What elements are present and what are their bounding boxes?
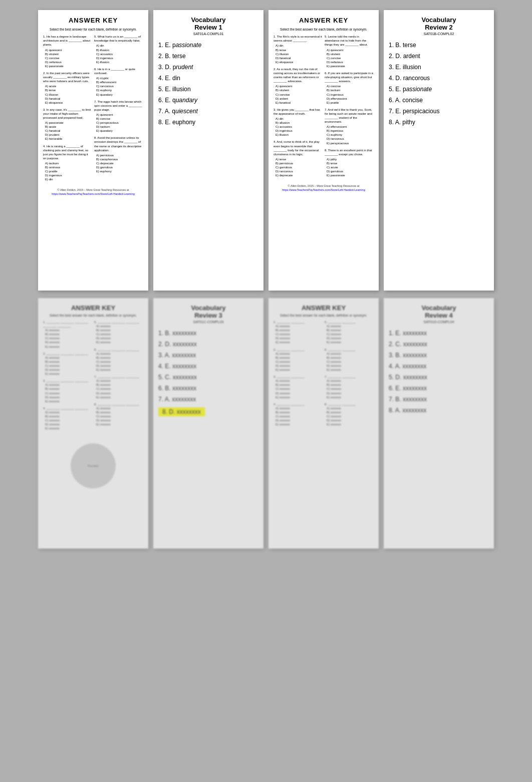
vocab-4-title: VocabularyReview 4 <box>389 304 489 319</box>
vocab-2-answer-1: 1. B. terse <box>389 42 489 49</box>
ak-q7: 7. The eggs hatch into larvae which spin… <box>94 100 143 133</box>
ak-q2: 2. In the past security officers were us… <box>43 71 92 105</box>
ak3-subtitle: Select the best answer for each blank, d… <box>43 314 143 317</box>
vocab-4-a5: 5. D. xxxxxxxx <box>389 374 489 381</box>
vocab-3-a8-highlight: 8. D. xxxxxxxx <box>158 407 205 416</box>
answer-key-panel-3: ANSWER KEY Select the best answer for ea… <box>38 298 148 549</box>
vocab-2-answer-5: 5. E. passionate <box>389 86 489 93</box>
ak-q6: 6. He is in a ________ or quite confused… <box>94 67 143 97</box>
vocab-2-answer-4: 4. D. rancorous <box>389 75 489 82</box>
vocab-1-answer-8: 8. E. euphony <box>158 119 258 126</box>
vocab-3-a5: 5. C. xxxxxxxx <box>158 374 258 381</box>
vocab-4-a7: 7. B. xxxxxxxx <box>389 396 489 403</box>
vocab-3-title: VocabularyReview 3 <box>158 304 258 319</box>
ak2-q6: 6. If you are asked to participate in a … <box>325 71 374 105</box>
vocab-1-answer-4: 4. E. din <box>158 75 258 82</box>
ak-q5: 5. What hurts us is an ________ of knowl… <box>94 35 143 64</box>
vocab-review-panel-3: VocabularyReview 3 SAT01C-COMPL03 1. B. … <box>153 298 263 549</box>
ak2-questions-section: 1. The film's style is so economical it … <box>274 35 374 180</box>
ak3-title: ANSWER KEY <box>43 304 143 312</box>
vocab-review-panel-1: VocabularyReview 1 SAT01A-COMPL01 1. E. … <box>153 10 263 291</box>
vocab-3-a3: 3. A. xxxxxxxx <box>158 352 258 359</box>
ak2-col-left: 1. The film's style is so economical it … <box>274 35 323 180</box>
vocab-4-id: SAT01D-COMPL04 <box>389 320 489 324</box>
vocab-1-answer-6: 6. E. quandary <box>158 97 258 104</box>
answer-key-1-title: ANSWER KEY <box>43 16 143 25</box>
vocab-review-panel-4: VocabularyReview 4 SAT01D-COMPL04 1. E. … <box>384 298 494 549</box>
vocab-2-answer-3: 3. E. illusion <box>389 64 489 71</box>
vocab-4-a1: 1. E. xxxxxxxx <box>389 330 489 337</box>
vocab-2-answer-6: 6. A. concise <box>389 97 489 104</box>
vocab-2-title: VocabularyReview 2 <box>389 16 489 31</box>
vocab-3-id: SAT01C-COMPL03 <box>158 320 258 324</box>
vocab-1-answer-3: 3. D. prudent <box>158 64 258 71</box>
bottom-row: ANSWER KEY Select the best answer for ea… <box>5 298 527 549</box>
ak2-q5: 5. Levine told the nerds in attendance n… <box>325 35 374 68</box>
vocab-4-a6: 6. E. xxxxxxxx <box>389 385 489 392</box>
vocab-1-answer-5: 5. E. illusion <box>158 86 258 93</box>
ak-col-left: 1. He has a degree in landscape architec… <box>43 35 92 184</box>
ak2-q4: 4. And, come to think of it, the play ev… <box>274 140 323 177</box>
bottom-spacer <box>5 556 527 656</box>
watermark-3: Preview <box>43 443 143 488</box>
ak2-col-right: 5. Levine told the nerds in attendance n… <box>325 35 374 180</box>
ak-q1: 1. He has a degree in landscape architec… <box>43 35 92 68</box>
copyright-1: © Allen Dobkin, 2015 – More Great Teachi… <box>43 188 143 196</box>
top-row: ANSWER KEY Select the best answer for ea… <box>5 10 527 291</box>
ak-questions-section: 1. He has a degree in landscape architec… <box>43 35 143 184</box>
vocab-2-id: SAT01B-COMPL02 <box>389 32 489 36</box>
ak4-title: ANSWER KEY <box>274 304 374 312</box>
ak2-q3: 3. He gives you ________ that has the ap… <box>274 108 323 137</box>
answer-key-panel-4: ANSWER KEY Select the best answer for ea… <box>269 298 379 549</box>
answer-key-2-title: ANSWER KEY <box>274 16 374 25</box>
vocab-2-answer-8: 8. A. pithy <box>389 119 489 126</box>
ak-q8: 8. Avoid the possessive unless its omiss… <box>94 136 143 173</box>
vocab-3-a6: 6. B. xxxxxxxx <box>158 385 258 392</box>
ak-q3: 3. In any case, it's ________ to limit y… <box>43 108 92 141</box>
vocab-1-title: VocabularyReview 1 <box>158 16 258 31</box>
ak-col-right: 5. What hurts us is an ________ of knowl… <box>94 35 143 184</box>
vocab-4-a8: 8. A. xxxxxxxx <box>389 407 489 414</box>
vocab-1-answer-1: 1. E. passionate <box>158 42 258 49</box>
vocab-review-panel-2: VocabularyReview 2 SAT01B-COMPL02 1. B. … <box>384 10 494 291</box>
answer-key-2-subtitle: Select the best answer for each blank, d… <box>274 27 374 32</box>
ak-q4: 4. He is raising a ________ of clanking … <box>43 144 92 182</box>
vocab-3-a2: 2. D. xxxxxxxx <box>158 341 258 348</box>
answer-key-1-subtitle: Select the best answer for each blank, d… <box>43 27 143 32</box>
ak4-content: 1. ________ ________ A) xxxxxxx B) xxxxx… <box>274 320 374 429</box>
answer-key-panel-1: ANSWER KEY Select the best answer for ea… <box>38 10 148 291</box>
ak2-q7: 7. And we'd like to thank you, Scott, fo… <box>325 108 374 145</box>
vocab-1-answer-7: 7. A. quiescent <box>158 108 258 115</box>
vocab-3-a4: 4. E. xxxxxxxx <box>158 363 258 370</box>
page-container: ANSWER KEY Select the best answer for ea… <box>0 0 532 666</box>
vocab-4-a2: 2. C. xxxxxxxx <box>389 341 489 348</box>
copyright-2: © Allen Dobkin, 2015 – More Great Teachi… <box>274 184 374 192</box>
vocab-1-answer-2: 2. B. terse <box>158 53 258 60</box>
vocab-2-answer-2: 2. D. ardent <box>389 53 489 60</box>
vocab-2-answer-7: 7. E. perspicacious <box>389 108 489 115</box>
vocab-3-a7: 7. A. xxxxxxxx <box>158 396 258 403</box>
vocab-1-id: SAT01A-COMPL01 <box>158 32 258 36</box>
ak4-subtitle: Select the best answer for each blank, d… <box>274 314 374 317</box>
ak2-q8: 8. There is an excellent point in that _… <box>325 148 374 178</box>
ak2-q1: 1. The film's style is so economical it … <box>274 35 323 64</box>
vocab-4-a4: 4. A. xxxxxxxx <box>389 363 489 370</box>
vocab-3-a1: 1. B. xxxxxxxx <box>158 330 258 337</box>
vocab-4-a3: 3. B. xxxxxxxx <box>389 352 489 359</box>
ak3-content: 1. ________ ________ ________ ________ _… <box>43 320 143 433</box>
answer-key-panel-2: ANSWER KEY Select the best answer for ea… <box>269 10 379 291</box>
ak2-q2: 2. As a result, they run the risk of com… <box>274 67 323 105</box>
